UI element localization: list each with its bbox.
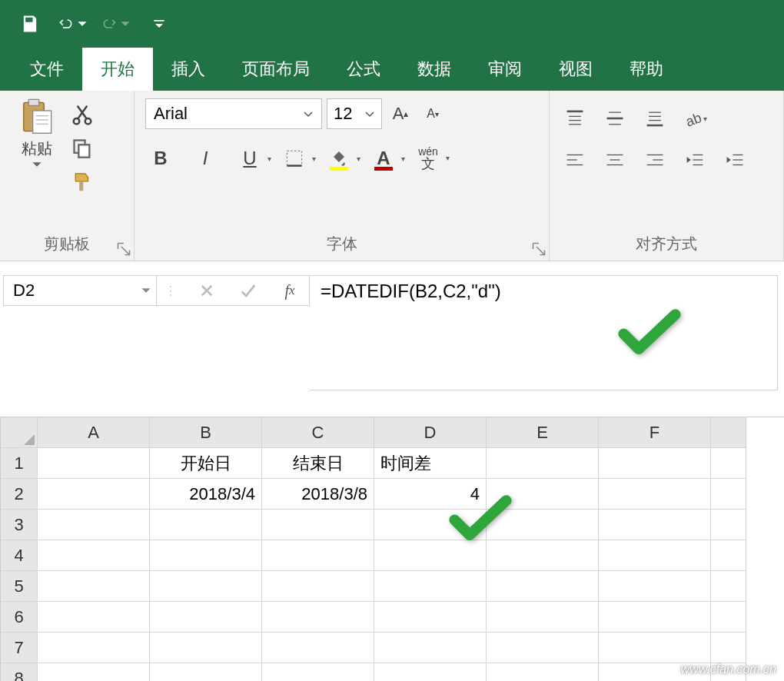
- cell-C7[interactable]: [262, 633, 374, 663]
- italic-button[interactable]: I: [190, 141, 221, 175]
- row-header-5[interactable]: 5: [1, 571, 38, 602]
- tab-formulas[interactable]: 公式: [328, 48, 399, 91]
- tab-review[interactable]: 审阅: [470, 48, 540, 91]
- cancel-formula-button[interactable]: [195, 283, 218, 298]
- cell-C6[interactable]: [262, 602, 374, 633]
- cell-B4[interactable]: [150, 540, 262, 571]
- customize-qat-button[interactable]: [145, 9, 174, 38]
- bold-button[interactable]: B: [145, 141, 176, 175]
- cell-G3[interactable]: [711, 510, 746, 540]
- align-middle-button[interactable]: [600, 105, 630, 132]
- row-header-3[interactable]: 3: [1, 510, 38, 540]
- cell-A4[interactable]: [38, 540, 150, 571]
- cell-B6[interactable]: [150, 602, 262, 633]
- cell-D2[interactable]: 4: [374, 479, 487, 510]
- increase-font-button[interactable]: A▴: [387, 100, 414, 128]
- format-painter-button[interactable]: [69, 169, 95, 195]
- col-header-E[interactable]: E: [487, 417, 599, 448]
- col-header-D[interactable]: D: [374, 417, 487, 448]
- sheet-grid[interactable]: A B C D E F 1 开始日 结束日 时间差 2 2018/3/4 201…: [0, 417, 784, 681]
- cell-B2[interactable]: 2018/3/4: [150, 479, 262, 510]
- underline-button[interactable]: U▾: [234, 141, 265, 175]
- paste-label[interactable]: 粘贴: [22, 138, 52, 159]
- font-color-button[interactable]: A ▾: [368, 141, 399, 175]
- cell-F7[interactable]: [599, 633, 711, 663]
- cell-F6[interactable]: [599, 602, 711, 633]
- cell-E2[interactable]: [487, 479, 599, 510]
- row-header-6[interactable]: 6: [1, 602, 38, 633]
- tab-help[interactable]: 帮助: [611, 48, 682, 91]
- cell-E8[interactable]: [487, 663, 599, 681]
- cell-D3[interactable]: [374, 510, 487, 540]
- save-button[interactable]: [15, 9, 45, 38]
- cell-E1[interactable]: [487, 448, 599, 479]
- col-header-C[interactable]: C: [262, 417, 374, 448]
- increase-indent-button[interactable]: [720, 146, 749, 174]
- font-name-combo[interactable]: Arial: [145, 98, 322, 129]
- cell-A3[interactable]: [38, 510, 150, 540]
- cell-E7[interactable]: [487, 633, 599, 663]
- cell-A6[interactable]: [38, 602, 150, 633]
- cell-A2[interactable]: [38, 479, 150, 510]
- cell-G7[interactable]: [711, 633, 746, 663]
- font-dialog-launcher[interactable]: [532, 242, 546, 256]
- col-header-B[interactable]: B: [150, 417, 262, 448]
- cell-C8[interactable]: [262, 663, 374, 681]
- align-center-button[interactable]: [600, 146, 630, 174]
- redo-button[interactable]: [101, 9, 131, 38]
- cell-D8[interactable]: [374, 663, 487, 681]
- cell-B8[interactable]: [150, 663, 262, 681]
- copy-button[interactable]: [69, 135, 95, 161]
- cell-F5[interactable]: [599, 571, 711, 602]
- cell-G4[interactable]: [711, 540, 746, 571]
- fill-color-button[interactable]: ▾: [324, 141, 354, 175]
- cell-A8[interactable]: [38, 663, 150, 681]
- font-size-combo[interactable]: 12: [327, 98, 382, 129]
- col-header-spill[interactable]: [711, 417, 746, 448]
- cell-B1[interactable]: 开始日: [150, 448, 262, 479]
- col-header-A[interactable]: A: [38, 417, 150, 448]
- align-bottom-button[interactable]: [640, 105, 669, 132]
- cut-button[interactable]: [69, 101, 95, 128]
- row-header-8[interactable]: 8: [1, 663, 38, 681]
- cell-G1[interactable]: [711, 448, 746, 479]
- cell-D5[interactable]: [374, 571, 487, 602]
- cell-A7[interactable]: [38, 633, 150, 663]
- tab-insert[interactable]: 插入: [153, 48, 224, 91]
- fx-button[interactable]: fx: [278, 282, 301, 300]
- paste-dropdown-icon[interactable]: [32, 159, 42, 170]
- tab-view[interactable]: 视图: [540, 48, 611, 91]
- cell-D6[interactable]: [374, 602, 487, 633]
- align-right-button[interactable]: [640, 146, 669, 174]
- clipboard-dialog-launcher[interactable]: [117, 242, 131, 256]
- cell-F3[interactable]: [599, 510, 711, 540]
- cell-D4[interactable]: [374, 540, 487, 571]
- cell-C5[interactable]: [262, 571, 374, 602]
- orientation-button[interactable]: ab▾: [680, 105, 709, 132]
- row-header-4[interactable]: 4: [1, 540, 38, 571]
- decrease-font-button[interactable]: A▾: [419, 100, 447, 128]
- cell-G5[interactable]: [711, 571, 746, 602]
- align-left-button[interactable]: [560, 146, 590, 174]
- cell-A5[interactable]: [38, 571, 150, 602]
- cell-F4[interactable]: [599, 540, 711, 571]
- cell-C4[interactable]: [262, 540, 374, 571]
- row-header-7[interactable]: 7: [1, 633, 38, 663]
- tab-data[interactable]: 数据: [399, 48, 470, 91]
- formula-input[interactable]: =DATEDIF(B2,C2,"d"): [310, 275, 778, 390]
- tab-layout[interactable]: 页面布局: [224, 48, 328, 91]
- decrease-indent-button[interactable]: [680, 146, 709, 174]
- select-all-corner[interactable]: [1, 417, 38, 448]
- cell-E4[interactable]: [487, 540, 599, 571]
- cell-G6[interactable]: [711, 602, 746, 633]
- enter-formula-button[interactable]: [237, 282, 260, 299]
- cell-D7[interactable]: [374, 633, 487, 663]
- cell-C2[interactable]: 2018/3/8: [262, 479, 374, 510]
- cell-A1[interactable]: [38, 448, 150, 479]
- cell-E5[interactable]: [487, 571, 599, 602]
- cell-E3[interactable]: [487, 510, 599, 540]
- cell-B5[interactable]: [150, 571, 262, 602]
- cell-B3[interactable]: [150, 510, 262, 540]
- cell-C3[interactable]: [262, 510, 374, 540]
- cell-F2[interactable]: [599, 479, 711, 510]
